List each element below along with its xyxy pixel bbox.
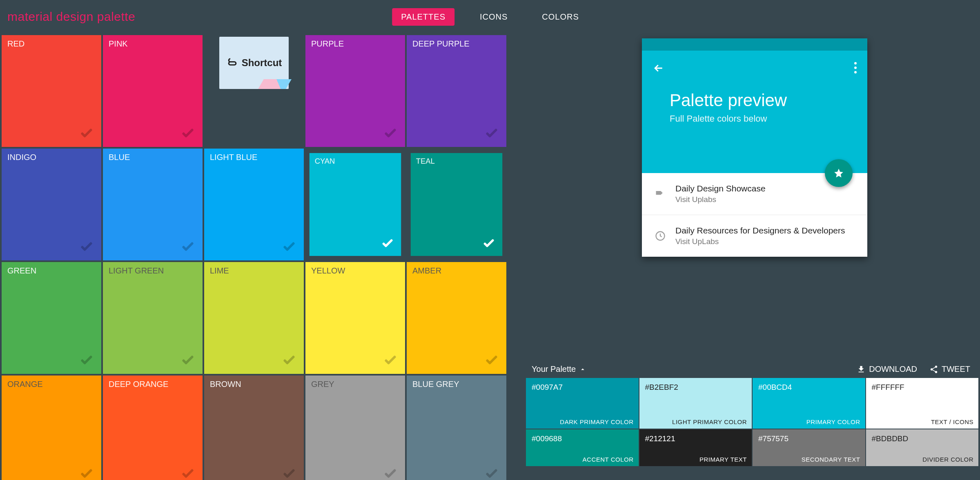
panel-header: Your Palette DOWNLOAD TWEET [526, 360, 978, 378]
swatch-brown[interactable]: BROWN [204, 376, 304, 480]
brand-part1: material design [7, 10, 94, 23]
check-icon [383, 126, 398, 142]
swatch-label: INDIGO [7, 153, 36, 162]
preview-dark-bar [642, 38, 867, 51]
swatch-red[interactable]: RED [2, 35, 101, 147]
cell-label: DIVIDER COLOR [922, 456, 973, 463]
check-icon [282, 239, 296, 256]
list-item-title: Daily Design Showcase [675, 184, 766, 193]
top-nav: PALETTESICONSCOLORS [392, 8, 588, 26]
back-arrow-icon[interactable] [653, 62, 665, 76]
check-icon [79, 239, 94, 256]
swatch-label: DEEP PURPLE [412, 39, 470, 49]
palette-cell-dark-primary-color[interactable]: #0097A7DARK PRIMARY COLOR [526, 378, 639, 429]
swatch-deep-purple[interactable]: DEEP PURPLE [407, 35, 506, 147]
swatch-label: GREY [311, 380, 334, 389]
nav-colors[interactable]: COLORS [533, 8, 588, 26]
ad-label: Shortcut [242, 57, 282, 69]
download-icon [857, 365, 866, 374]
swatch-label: GREEN [7, 266, 36, 276]
check-icon [482, 236, 496, 251]
list-item-subtitle: Visit Uplabs [675, 195, 766, 204]
swatch-purple[interactable]: PURPLE [305, 35, 405, 147]
hex-value: #FFFFFF [872, 383, 904, 392]
palette-cell-primary-color[interactable]: #00BCD4PRIMARY COLOR [753, 378, 865, 429]
nav-palettes[interactable]: PALETTES [392, 8, 454, 26]
hex-value: #009688 [532, 434, 562, 443]
swatch-label: CYAN [315, 157, 335, 165]
list-item-title: Daily Resources for Designers & Develope… [675, 226, 845, 236]
download-label: DOWNLOAD [869, 364, 917, 374]
swatch-label: AMBER [412, 266, 441, 276]
swatch-label: YELLOW [311, 266, 345, 276]
palette-cell-divider-color[interactable]: #BDBDBDDIVIDER COLOR [866, 429, 979, 466]
preview-list-item[interactable]: Daily Resources for Designers & Develope… [642, 215, 867, 257]
cell-label: ACCENT COLOR [583, 456, 634, 463]
check-icon [381, 236, 394, 251]
panel-toggle[interactable]: Your Palette [532, 364, 586, 374]
list-item-subtitle: Visit UpLabs [675, 237, 845, 246]
swatch-label: LIGHT BLUE [210, 153, 257, 162]
swatch-indigo[interactable]: INDIGO [2, 149, 101, 260]
swatch-label: TEAL [416, 157, 435, 165]
check-icon [79, 466, 94, 480]
clock-icon [654, 230, 666, 242]
cell-label: DARK PRIMARY COLOR [560, 418, 633, 425]
swatch-pink[interactable]: PINK [103, 35, 203, 147]
swatch-teal[interactable]: TEAL [411, 153, 502, 256]
swatch-label: PURPLE [311, 39, 344, 49]
palette-values-grid: #0097A7DARK PRIMARY COLOR#B2EBF2LIGHT PR… [526, 378, 978, 480]
color-swatch-grid: REDPINKShortcutPURPLEDEEP PURPLEINDIGOBL… [2, 35, 506, 480]
check-icon [79, 126, 94, 142]
download-button[interactable]: DOWNLOAD [857, 364, 917, 374]
shortcut-logo-icon [226, 57, 238, 69]
palette-cell-primary-text[interactable]: #212121PRIMARY TEXT [639, 429, 752, 466]
hex-value: #B2EBF2 [645, 383, 678, 392]
swatch-light-green[interactable]: LIGHT GREEN [103, 262, 203, 374]
palette-cell-accent-color[interactable]: #009688ACCENT COLOR [526, 429, 639, 466]
swatch-label: BLUE [109, 153, 130, 162]
check-icon [484, 466, 499, 480]
check-icon [180, 239, 195, 256]
fab-star-button[interactable] [825, 159, 853, 187]
check-icon [484, 126, 499, 142]
swatch-deep-orange[interactable]: DEEP ORANGE [103, 376, 203, 480]
swatch-green[interactable]: GREEN [2, 262, 101, 374]
tweet-label: TWEET [942, 364, 970, 374]
swatch-label: LIME [210, 266, 229, 276]
palette-cell-light-primary-color[interactable]: #B2EBF2LIGHT PRIMARY COLOR [639, 378, 752, 429]
swatch-light-blue[interactable]: LIGHT BLUE [204, 149, 304, 260]
swatch-orange[interactable]: ORANGE [2, 376, 101, 480]
cell-label: LIGHT PRIMARY COLOR [672, 418, 747, 425]
more-vert-icon[interactable] [854, 62, 857, 73]
hex-value: #00BCD4 [758, 383, 792, 392]
tweet-button[interactable]: TWEET [929, 364, 970, 374]
ad-slot[interactable]: Shortcut [204, 35, 304, 147]
check-icon [180, 126, 195, 142]
cell-label: SECONDARY TEXT [802, 456, 860, 463]
swatch-yellow[interactable]: YELLOW [305, 262, 405, 374]
swatch-label: BLUE GREY [412, 380, 459, 389]
check-icon [79, 353, 94, 369]
nav-icons[interactable]: ICONS [471, 8, 517, 26]
swatch-lime[interactable]: LIME [204, 262, 304, 374]
palette-cell-secondary-text[interactable]: #757575SECONDARY TEXT [753, 429, 865, 466]
preview-title: Palette preview [670, 91, 853, 110]
check-icon [383, 466, 398, 480]
check-icon [282, 353, 296, 369]
label-icon [654, 188, 666, 200]
swatch-grey[interactable]: GREY [305, 376, 405, 480]
preview-main-bar: Palette preview Full Palette colors belo… [642, 51, 867, 173]
swatch-cyan[interactable]: CYAN [310, 153, 401, 256]
swatch-blue[interactable]: BLUE [103, 149, 203, 260]
swatch-label: LIGHT GREEN [109, 266, 164, 276]
brand[interactable]: material design palette [7, 10, 135, 24]
hex-value: #BDBDBD [872, 434, 909, 443]
swatch-amber[interactable]: AMBER [407, 262, 506, 374]
panel-title: Your Palette [532, 364, 576, 374]
swatch-label: PINK [109, 39, 128, 49]
palette-cell-text-icons[interactable]: #FFFFFFTEXT / ICONS [866, 378, 979, 429]
chevron-up-icon [579, 366, 586, 373]
palette-preview-card: Palette preview Full Palette colors belo… [642, 38, 867, 257]
swatch-blue-grey[interactable]: BLUE GREY [407, 376, 506, 480]
